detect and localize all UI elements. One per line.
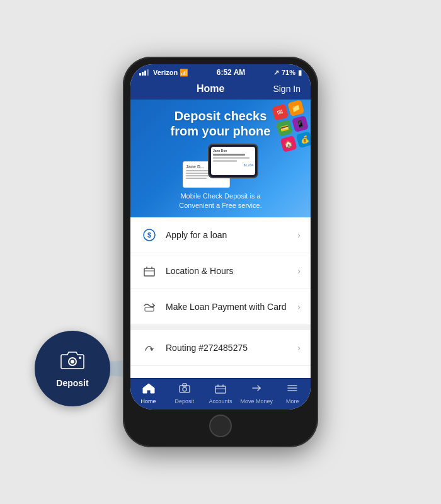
menu-list: $ Apply for a loan › — [130, 217, 311, 378]
scene: Deposit Verizon 📶 6:52 AM — [0, 0, 441, 504]
status-right: ↗ 71% ▮ — [273, 69, 302, 77]
tab-bar: Home Deposit — [130, 378, 311, 410]
sign-in-button[interactable]: Sign In — [273, 84, 301, 94]
home-tab-icon — [142, 382, 155, 397]
menu-item-location-hours[interactable]: Location & Hours › — [130, 253, 311, 289]
deposit-tab-icon — [178, 382, 191, 397]
nav-bar: ⬅ Home Sign In — [130, 79, 311, 100]
menu-item-routing[interactable]: Routing #272485275 › — [130, 330, 311, 366]
carrier-name: Verizon — [153, 69, 178, 76]
move-money-tab-label: Move Money — [240, 398, 273, 404]
tab-accounts[interactable]: Accounts — [204, 382, 237, 404]
menu-divider — [130, 325, 311, 330]
deposit-badge[interactable]: Deposit — [35, 331, 110, 406]
routing-label: Routing #272485275 — [166, 343, 297, 353]
tab-move-money[interactable]: Move Money — [240, 382, 273, 404]
location-hours-chevron: › — [297, 266, 301, 276]
phone-mockup: Jane Doe $1,234 — [208, 144, 258, 178]
hero-icon-red: ✉ — [272, 104, 289, 121]
deposit-badge-label: Deposit — [56, 378, 88, 388]
loan-payment-chevron: › — [297, 302, 301, 312]
tab-deposit[interactable]: Deposit — [168, 382, 201, 404]
svg-point-1 — [71, 360, 74, 364]
apply-loan-chevron: › — [297, 230, 301, 240]
location-hours-label: Location & Hours — [166, 266, 297, 276]
menu-item-apply-loan[interactable]: $ Apply for a loan › — [130, 217, 311, 253]
battery-icon: ▮ — [298, 69, 302, 77]
svg-rect-17 — [183, 384, 186, 386]
status-time: 6:52 AM — [217, 68, 246, 77]
signal-bars — [139, 69, 149, 76]
routing-icon — [140, 339, 158, 357]
svg-text:$: $ — [147, 231, 151, 239]
hero-icon-blue: 💰 — [296, 131, 311, 148]
tab-home[interactable]: Home — [132, 382, 165, 404]
tab-more[interactable]: More — [276, 382, 309, 404]
loan-payment-icon — [140, 298, 158, 316]
loan-payment-label: Make Loan Payment with Card — [166, 302, 297, 312]
nav-title: Home — [197, 83, 224, 94]
hero-icon-purple: 📱 — [292, 115, 309, 132]
camera-icon — [60, 349, 85, 375]
status-left: Verizon 📶 — [139, 69, 188, 77]
phone-frame: Verizon 📶 6:52 AM ↗ 71% ▮ ⬅ Home Sign In — [123, 57, 318, 447]
svg-rect-5 — [144, 268, 154, 276]
menu-item-loan-payment[interactable]: Make Loan Payment with Card › — [130, 289, 311, 325]
hero-icon-green: 💳 — [276, 120, 293, 137]
svg-point-16 — [183, 387, 186, 391]
location-hours-icon — [140, 262, 158, 280]
svg-rect-9 — [145, 307, 154, 311]
more-tab-label: More — [286, 398, 299, 404]
hero-icon-orange: 📁 — [287, 100, 304, 117]
status-bar: Verizon 📶 6:52 AM ↗ 71% ▮ — [130, 64, 311, 79]
home-tab-label: Home — [141, 398, 156, 404]
apply-loan-label: Apply for a loan — [166, 230, 297, 240]
move-money-tab-icon — [250, 382, 263, 397]
deposit-tab-label: Deposit — [175, 398, 195, 404]
battery-percent: 71% — [282, 69, 295, 76]
svg-point-2 — [79, 357, 81, 359]
accounts-tab-label: Accounts — [209, 398, 232, 404]
svg-rect-18 — [215, 386, 226, 393]
apply-loan-icon: $ — [140, 226, 158, 244]
wifi-icon: 📶 — [180, 69, 188, 77]
phone-screen: Verizon 📶 6:52 AM ↗ 71% ▮ ⬅ Home Sign In — [130, 64, 311, 410]
hero-image: Jane D... Jane Doe — [138, 144, 303, 188]
hero-subtitle: Mobile Check Deposit is a Convenient a F… — [138, 192, 303, 211]
menu-item-faq[interactable]: ? Frequently Asked Questions › — [130, 366, 311, 378]
hero-banner: ✉ 📁 💳 📱 🏠 💰 Deposit checks from your pho… — [130, 100, 311, 217]
accounts-tab-icon — [214, 382, 227, 397]
routing-chevron: › — [297, 343, 301, 353]
arrow-icon: ↗ — [273, 69, 279, 77]
more-tab-icon — [286, 382, 299, 397]
home-button[interactable] — [209, 415, 232, 437]
